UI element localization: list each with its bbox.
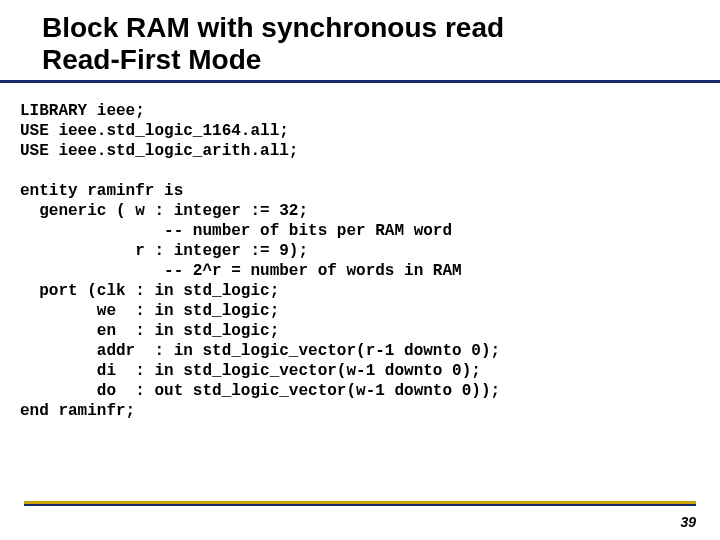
slide-title-line1: Block RAM with synchronous read xyxy=(42,12,696,44)
title-block: Block RAM with synchronous read Read-Fir… xyxy=(42,12,696,76)
slide-title-line2: Read-First Mode xyxy=(42,44,696,76)
slide: Block RAM with synchronous read Read-Fir… xyxy=(0,0,720,540)
footer-rule xyxy=(24,501,696,506)
title-underline xyxy=(0,80,720,83)
page-number: 39 xyxy=(680,514,696,530)
code-block: LIBRARY ieee; USE ieee.std_logic_1164.al… xyxy=(20,101,696,421)
